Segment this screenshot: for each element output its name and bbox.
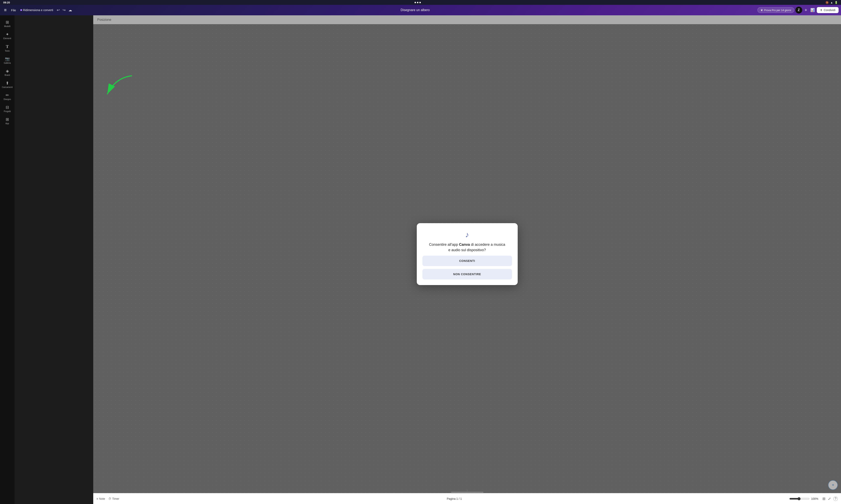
- resize-dot: [20, 9, 22, 11]
- modal-overlay[interactable]: ♪ Consentire all'app Canva di accedere a…: [93, 15, 280, 168]
- galleria-label: Galleria: [4, 62, 11, 64]
- brand-label: Brand: [5, 74, 10, 76]
- caricamenti-icon: ⬆: [6, 80, 9, 86]
- testo-label: Testo: [5, 50, 10, 52]
- redo-button[interactable]: ↪: [62, 7, 66, 13]
- menu-button[interactable]: ≡: [2, 7, 8, 14]
- sidebar: ⊞ Modelli ✦ Elementi T Testo 📷 Galleria …: [0, 15, 15, 168]
- progetti-icon: ⊟: [6, 105, 9, 110]
- testo-icon: T: [6, 44, 9, 49]
- galleria-icon: 📷: [5, 56, 10, 61]
- sidebar-item-galleria[interactable]: 📷 Galleria: [1, 54, 14, 66]
- title-container: Disegnare un albero: [74, 8, 280, 12]
- sidebar-item-brand[interactable]: ◈ Brand: [1, 67, 14, 78]
- sidebar-item-testo[interactable]: T Testo: [1, 42, 14, 54]
- sidebar-item-app[interactable]: ⊞ App: [1, 115, 14, 127]
- file-button[interactable]: File: [10, 8, 18, 13]
- progetti-label: Progetti: [4, 110, 11, 112]
- sidebar-item-caricamenti[interactable]: ⬆ Caricamenti: [1, 79, 14, 90]
- sidebar-item-elementi[interactable]: ✦ Elementi: [1, 30, 14, 41]
- status-bar: 09:20 🔕 ▲ 🔋: [0, 0, 280, 5]
- modelli-icon: ⊞: [6, 20, 9, 24]
- sidebar-item-disegno[interactable]: ✏ Disegno: [1, 91, 14, 103]
- sidebar-item-modelli[interactable]: ⊞ Modelli: [1, 18, 14, 30]
- disegno-label: Disegno: [4, 98, 11, 101]
- resize-button[interactable]: Ridimensiona e converti: [19, 8, 55, 13]
- app-label: App: [5, 122, 9, 125]
- left-panel: [15, 15, 93, 168]
- sidebar-item-progetti[interactable]: ⊟ Progetti: [1, 103, 14, 114]
- main-layout: ⊞ Modelli ✦ Elementi T Testo 📷 Galleria …: [0, 15, 280, 168]
- app-icon: ⊞: [6, 117, 9, 122]
- caricamenti-label: Caricamenti: [2, 86, 13, 88]
- cloud-button[interactable]: ☁: [68, 7, 73, 13]
- modelli-label: Modelli: [4, 25, 11, 28]
- topbar: ≡ File Ridimensiona e converti ↩ ↪ ☁ Dis…: [0, 5, 280, 15]
- elementi-label: Elementi: [3, 37, 11, 39]
- brand-icon: ◈: [6, 69, 9, 73]
- undo-button[interactable]: ↩: [56, 7, 61, 13]
- disegno-icon: ✏: [6, 93, 9, 97]
- canvas-container: Posizione ♪ Consentire all'app Canva di …: [93, 15, 280, 168]
- status-time: 09:20: [3, 1, 10, 4]
- elementi-icon: ✦: [6, 32, 9, 37]
